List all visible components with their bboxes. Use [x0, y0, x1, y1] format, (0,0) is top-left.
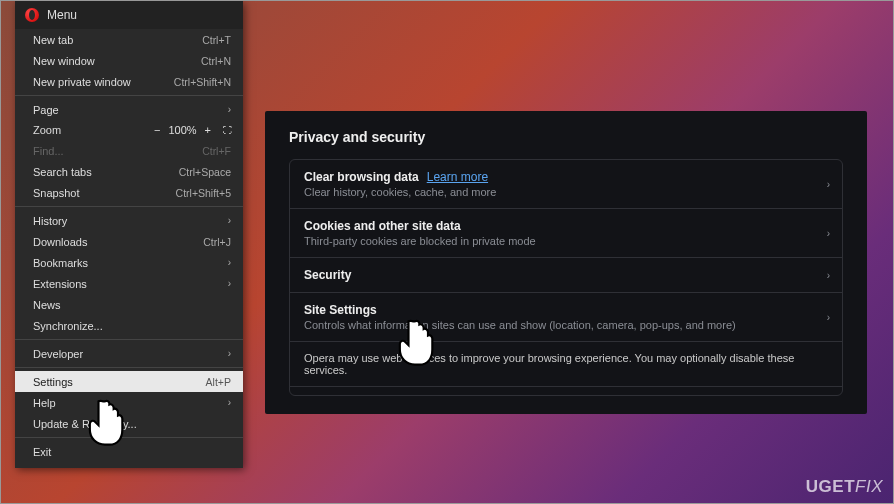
menu-item-news[interactable]: News — [15, 294, 243, 315]
menu-item-bookmarks[interactable]: Bookmarks › — [15, 252, 243, 273]
setting-title: Cookies and other site data — [304, 219, 461, 233]
opera-logo-icon — [25, 8, 39, 22]
menu-title: Menu — [47, 8, 77, 22]
watermark-text: UGETFIX — [806, 477, 883, 497]
chevron-right-icon: › — [228, 278, 231, 289]
shortcut-text: Alt+P — [206, 376, 231, 388]
chevron-right-icon: › — [228, 215, 231, 226]
menu-item-extensions[interactable]: Extensions › — [15, 273, 243, 294]
menu-separator — [15, 206, 243, 207]
settings-info-text: Opera may use web services to improve yo… — [290, 342, 842, 387]
menu-item-developer[interactable]: Developer › — [15, 343, 243, 364]
menu-item-help[interactable]: Help › — [15, 392, 243, 413]
menu-label: Settings — [33, 376, 73, 388]
chevron-right-icon: › — [228, 397, 231, 408]
setting-title: Security — [304, 268, 351, 282]
shortcut-text: Ctrl+F — [202, 145, 231, 157]
menu-item-new-private[interactable]: New private window Ctrl+Shift+N — [15, 71, 243, 92]
shortcut-text: Ctrl+Shift+N — [174, 76, 231, 88]
menu-label: Exit — [33, 446, 51, 458]
privacy-settings-panel: Privacy and security Clear browsing data… — [265, 111, 867, 414]
menu-label: Find... — [33, 145, 64, 157]
opera-main-menu: Menu New tab Ctrl+T New window Ctrl+N Ne… — [15, 1, 243, 468]
menu-label: Bookmarks — [33, 257, 88, 269]
setting-clear-browsing-data[interactable]: Clear browsing data Learn more Clear his… — [290, 160, 842, 209]
menu-separator — [15, 95, 243, 96]
setting-cookies[interactable]: Cookies and other site data Third-party … — [290, 209, 842, 258]
menu-separator — [15, 367, 243, 368]
chevron-right-icon: › — [827, 179, 830, 190]
menu-item-exit[interactable]: Exit — [15, 441, 243, 462]
setting-desc: Clear history, cookies, cache, and more — [304, 186, 828, 198]
setting-desc: Controls what information sites can use … — [304, 319, 828, 331]
watermark-bold: UGET — [806, 477, 855, 496]
menu-label: Synchronize... — [33, 320, 103, 332]
menu-item-synchronize[interactable]: Synchronize... — [15, 315, 243, 336]
shortcut-text: Ctrl+T — [202, 34, 231, 46]
menu-label: New tab — [33, 34, 73, 46]
shortcut-text: Ctrl+J — [203, 236, 231, 248]
chevron-right-icon: › — [827, 228, 830, 239]
setting-title: Clear browsing data — [304, 170, 419, 184]
setting-desc: Third-party cookies are blocked in priva… — [304, 235, 828, 247]
menu-label: Extensions — [33, 278, 87, 290]
settings-group: Clear browsing data Learn more Clear his… — [289, 159, 843, 396]
menu-item-snapshot[interactable]: Snapshot Ctrl+Shift+5 — [15, 182, 243, 203]
menu-label: Search tabs — [33, 166, 92, 178]
shortcut-text: Ctrl+Space — [179, 166, 231, 178]
zoom-value: 100% — [168, 124, 196, 136]
menu-label: History — [33, 215, 67, 227]
zoom-in-button[interactable]: + — [201, 124, 215, 136]
shortcut-text: Ctrl+N — [201, 55, 231, 67]
section-title: Privacy and security — [289, 129, 843, 145]
menu-item-downloads[interactable]: Downloads Ctrl+J — [15, 231, 243, 252]
setting-security[interactable]: Security › — [290, 258, 842, 293]
menu-label: Developer — [33, 348, 83, 360]
menu-label: Downloads — [33, 236, 87, 248]
menu-label: Snapshot — [33, 187, 79, 199]
menu-label: New window — [33, 55, 95, 67]
menu-item-new-tab[interactable]: New tab Ctrl+T — [15, 29, 243, 50]
menu-separator — [15, 339, 243, 340]
menu-item-search-tabs[interactable]: Search tabs Ctrl+Space — [15, 161, 243, 182]
menu-item-new-window[interactable]: New window Ctrl+N — [15, 50, 243, 71]
menu-separator — [15, 437, 243, 438]
menu-item-history[interactable]: History › — [15, 210, 243, 231]
learn-more-link[interactable]: Learn more — [427, 170, 488, 184]
zoom-out-button[interactable]: − — [150, 124, 164, 136]
menu-item-update[interactable]: Update & Recovery... — [15, 413, 243, 434]
chevron-right-icon: › — [228, 257, 231, 268]
chevron-right-icon: › — [228, 104, 231, 115]
chevron-right-icon: › — [827, 312, 830, 323]
chevron-right-icon: › — [228, 348, 231, 359]
menu-item-page[interactable]: Page › — [15, 99, 243, 120]
menu-item-zoom: Zoom − 100% + ⛶ — [15, 120, 243, 140]
fullscreen-icon[interactable]: ⛶ — [223, 125, 231, 135]
watermark-light: FIX — [855, 477, 883, 496]
setting-site-settings[interactable]: Site Settings Controls what information … — [290, 293, 842, 342]
shortcut-text: Ctrl+Shift+5 — [176, 187, 231, 199]
menu-item-find[interactable]: Find... Ctrl+F — [15, 140, 243, 161]
menu-label: Update & Recovery... — [33, 418, 137, 430]
menu-label: Zoom — [33, 124, 61, 136]
menu-label: New private window — [33, 76, 131, 88]
setting-title: Site Settings — [304, 303, 377, 317]
menu-label: Page — [33, 104, 59, 116]
menu-label: Help — [33, 397, 56, 409]
menu-item-settings[interactable]: Settings Alt+P — [15, 371, 243, 392]
menu-label: News — [33, 299, 61, 311]
menu-header: Menu — [15, 1, 243, 29]
chevron-right-icon: › — [827, 270, 830, 281]
